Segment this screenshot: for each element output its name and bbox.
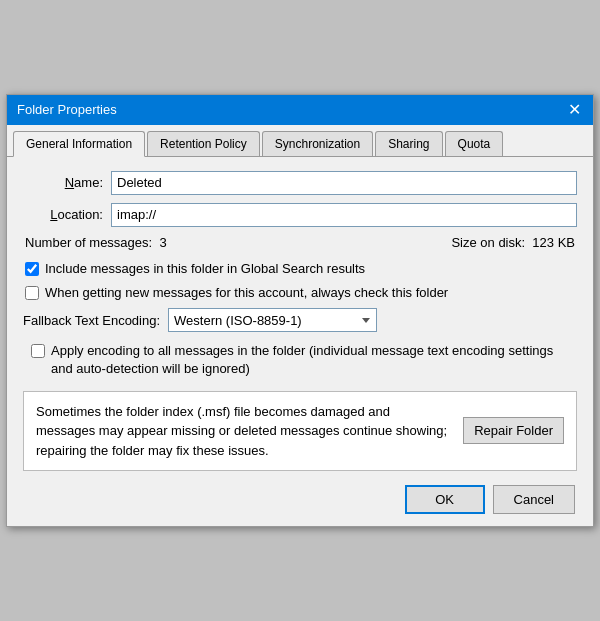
location-input[interactable] bbox=[111, 203, 577, 227]
tab-sharing[interactable]: Sharing bbox=[375, 131, 442, 156]
close-button[interactable]: ✕ bbox=[566, 102, 583, 118]
repair-folder-button[interactable]: Repair Folder bbox=[463, 417, 564, 444]
info-row: Number of messages: 3 Size on disk: 123 … bbox=[23, 235, 577, 250]
messages-info: Number of messages: 3 bbox=[25, 235, 167, 250]
new-messages-checkbox[interactable] bbox=[25, 286, 39, 300]
global-search-checkbox[interactable] bbox=[25, 262, 39, 276]
folder-properties-dialog: Folder Properties ✕ General Information … bbox=[6, 94, 594, 527]
tab-general-information[interactable]: General Information bbox=[13, 131, 145, 157]
apply-encoding-label: Apply encoding to all messages in the fo… bbox=[51, 342, 577, 378]
tab-quota[interactable]: Quota bbox=[445, 131, 504, 156]
name-row: Name: bbox=[23, 171, 577, 195]
encoding-label: Fallback Text Encoding: bbox=[23, 313, 160, 328]
title-bar: Folder Properties ✕ bbox=[7, 95, 593, 125]
new-messages-row: When getting new messages for this accou… bbox=[23, 284, 577, 302]
cancel-button[interactable]: Cancel bbox=[493, 485, 575, 514]
global-search-row: Include messages in this folder in Globa… bbox=[23, 260, 577, 278]
name-label: Name: bbox=[23, 175, 103, 190]
apply-encoding-checkbox[interactable] bbox=[31, 344, 45, 358]
global-search-label: Include messages in this folder in Globa… bbox=[45, 260, 365, 278]
location-row: Location: bbox=[23, 203, 577, 227]
button-row: OK Cancel bbox=[23, 485, 577, 514]
apply-encoding-row: Apply encoding to all messages in the fo… bbox=[31, 342, 577, 378]
size-info: Size on disk: 123 KB bbox=[451, 235, 575, 250]
location-label: Location: bbox=[23, 207, 103, 222]
encoding-select[interactable]: Western (ISO-8859-1) Unicode (UTF-8) Cen… bbox=[168, 308, 377, 332]
dialog-title: Folder Properties bbox=[17, 102, 117, 117]
content-area: Name: Location: Number of messages: 3 Si… bbox=[7, 157, 593, 526]
ok-button[interactable]: OK bbox=[405, 485, 485, 514]
name-input[interactable] bbox=[111, 171, 577, 195]
repair-description: Sometimes the folder index (.msf) file b… bbox=[36, 402, 451, 461]
tab-synchronization[interactable]: Synchronization bbox=[262, 131, 373, 156]
new-messages-label: When getting new messages for this accou… bbox=[45, 284, 448, 302]
tab-bar: General Information Retention Policy Syn… bbox=[7, 125, 593, 157]
encoding-row: Fallback Text Encoding: Western (ISO-885… bbox=[23, 308, 577, 332]
repair-section: Sometimes the folder index (.msf) file b… bbox=[23, 391, 577, 472]
tab-retention-policy[interactable]: Retention Policy bbox=[147, 131, 260, 156]
